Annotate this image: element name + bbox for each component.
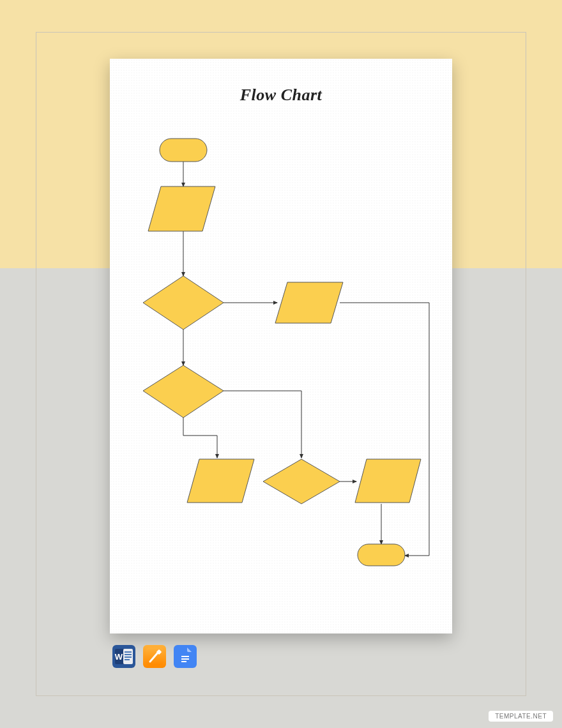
node-terminator-start [160,139,207,162]
svg-rect-9 [181,656,189,657]
svg-rect-3 [125,654,132,655]
pages-icon [143,645,166,668]
word-icon: W [112,645,135,668]
node-decision [263,459,340,504]
document-page: Flow Chart [110,59,452,633]
watermark: TEMPLATE.NET [489,711,553,722]
flowchart-diagram [110,59,452,633]
format-icons-row: W [112,645,197,668]
svg-rect-10 [181,658,189,660]
node-parallelogram [187,459,254,503]
svg-rect-2 [125,651,132,653]
node-parallelogram [355,459,421,503]
node-parallelogram [275,282,343,323]
node-decision [143,276,224,330]
connector [340,303,429,556]
node-parallelogram [148,186,215,231]
svg-rect-5 [125,659,130,660]
node-decision [143,365,224,418]
svg-rect-4 [125,656,132,658]
svg-rect-11 [181,661,186,662]
node-terminator-end [358,544,405,566]
svg-text:W: W [115,652,123,662]
connector [183,418,217,458]
connector [224,391,301,458]
google-docs-icon [174,645,197,668]
